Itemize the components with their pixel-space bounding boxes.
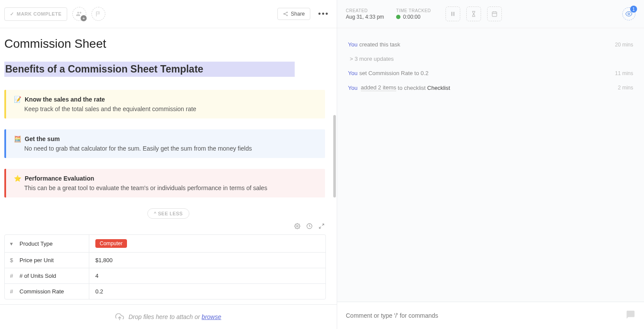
field-row-commission-rate[interactable]: #Commission Rate 0.2 (5, 284, 325, 299)
activity-user[interactable]: You (348, 70, 358, 76)
activity-text: created this task (359, 41, 400, 48)
created-label: CREATED (346, 8, 384, 13)
callout-title-text: Get the sum (25, 135, 60, 142)
cloud-upload-icon (115, 313, 124, 321)
created-value: Aug 31, 4:33 pm (346, 14, 384, 20)
settings-icon[interactable] (294, 223, 300, 231)
check-icon: ✓ (10, 11, 14, 17)
send-icon[interactable] (626, 310, 635, 321)
assignee-add-button[interactable]: + (72, 7, 86, 21)
share-label: Share (291, 11, 305, 17)
abacus-icon: 🧮 (14, 135, 21, 142)
see-less-button[interactable]: ^ SEE LESS (147, 208, 189, 219)
section-heading[interactable]: Benefits of a Commission Sheet Template (4, 62, 295, 77)
activity-user[interactable]: You (348, 41, 358, 48)
callout-get-sum[interactable]: 🧮 Get the sum No need to grab that calcu… (4, 129, 325, 158)
scrollbar[interactable] (333, 115, 336, 197)
time-value: 0:00:00 (403, 14, 420, 20)
svg-point-0 (284, 13, 285, 14)
svg-point-2 (287, 15, 288, 16)
calendar-icon (491, 11, 498, 17)
browse-link[interactable]: browse (202, 313, 221, 320)
hash-icon: # (10, 288, 16, 295)
activity-item: You added 2 items to checklist Checklist… (348, 84, 633, 91)
callout-body: This can be a great tool to evaluate the… (24, 184, 317, 191)
page-title[interactable]: Commission Sheet (4, 37, 332, 51)
field-row-product-type[interactable]: ▾Product Type Computer (5, 235, 325, 253)
created-meta: CREATED Aug 31, 4:33 pm (346, 8, 384, 20)
activity-time: 2 mins (618, 85, 633, 91)
activity-item: You created this task 20 mins (348, 41, 633, 48)
activity-text: set Commission Rate to 0.2 (359, 70, 429, 76)
callout-body: Keep track of the total sales and the eq… (24, 105, 317, 112)
activity-bold: Checklist (427, 85, 450, 91)
activity-time: 11 mins (615, 70, 633, 76)
callout-know-sales[interactable]: 📝 Know the sales and the rate Keep track… (4, 90, 325, 118)
field-row-units[interactable]: ## of Units Sold 4 (5, 268, 325, 284)
callout-title-text: Performance Evaluation (25, 175, 94, 182)
tag-computer[interactable]: Computer (95, 239, 127, 248)
right-toolbar: CREATED Aug 31, 4:33 pm TIME TRACKED 0:0… (337, 0, 644, 28)
hourglass-button[interactable] (466, 7, 481, 21)
svg-point-3 (296, 225, 298, 227)
time-label: TIME TRACKED (396, 8, 431, 13)
left-toolbar: ✓ MARK COMPLETE + Share ••• (0, 0, 337, 28)
activity-link[interactable]: added 2 items (361, 84, 397, 91)
comment-bar (337, 302, 644, 329)
more-updates-toggle[interactable]: > 3 more updates (348, 56, 633, 62)
attachment-dropzone[interactable]: Drop files here to attach or browse (0, 304, 337, 329)
activity-feed: You created this task 20 mins > 3 more u… (337, 28, 644, 302)
field-row-price[interactable]: $Price per Unit $1,800 (5, 253, 325, 268)
flag-icon (95, 11, 101, 17)
hash-icon: # (10, 273, 16, 279)
activity-mid: to checklist (398, 85, 426, 91)
dollar-icon: $ (10, 257, 16, 263)
play-icon[interactable] (396, 15, 400, 19)
dropzone-text: Drop files here to attach or (128, 313, 202, 320)
pause-icon (450, 11, 456, 17)
callout-performance[interactable]: ⭐ Performance Evaluation This can be a g… (4, 169, 325, 197)
star-icon: ⭐ (14, 175, 21, 182)
share-button[interactable]: Share (277, 8, 310, 20)
more-menu-button[interactable]: ••• (315, 10, 332, 19)
custom-fields-table: ▾Product Type Computer $Price per Unit $… (4, 234, 326, 299)
svg-rect-6 (454, 12, 455, 16)
mark-complete-button[interactable]: ✓ MARK COMPLETE (4, 7, 67, 21)
share-icon (283, 11, 288, 16)
time-tracked-meta[interactable]: TIME TRACKED 0:00:00 (396, 8, 431, 20)
svg-rect-5 (452, 12, 452, 16)
comment-input[interactable] (346, 312, 626, 319)
estimate-button[interactable] (446, 7, 460, 21)
memo-icon: 📝 (14, 96, 21, 103)
dropdown-icon: ▾ (10, 240, 16, 247)
activity-user[interactable]: You (348, 85, 358, 91)
watchers-button[interactable]: 1 (622, 7, 635, 20)
dates-button[interactable] (487, 7, 502, 21)
expand-icon[interactable] (319, 223, 325, 231)
activity-item: You set Commission Rate to 0.2 11 mins (348, 70, 633, 76)
svg-rect-7 (492, 12, 497, 16)
activity-time: 20 mins (615, 42, 633, 48)
watchers-count: 1 (630, 6, 637, 13)
hourglass-icon (471, 11, 477, 17)
main-content: Commission Sheet Benefits of a Commissio… (0, 28, 337, 304)
callout-body: No need to grab that calculator for the … (24, 145, 317, 152)
plus-icon: + (81, 15, 87, 21)
mark-complete-label: MARK COMPLETE (17, 11, 62, 16)
priority-button[interactable] (91, 7, 105, 21)
svg-point-8 (628, 13, 630, 15)
history-icon[interactable] (306, 223, 312, 231)
svg-point-1 (287, 12, 288, 13)
callout-title-text: Know the sales and the rate (25, 96, 105, 103)
